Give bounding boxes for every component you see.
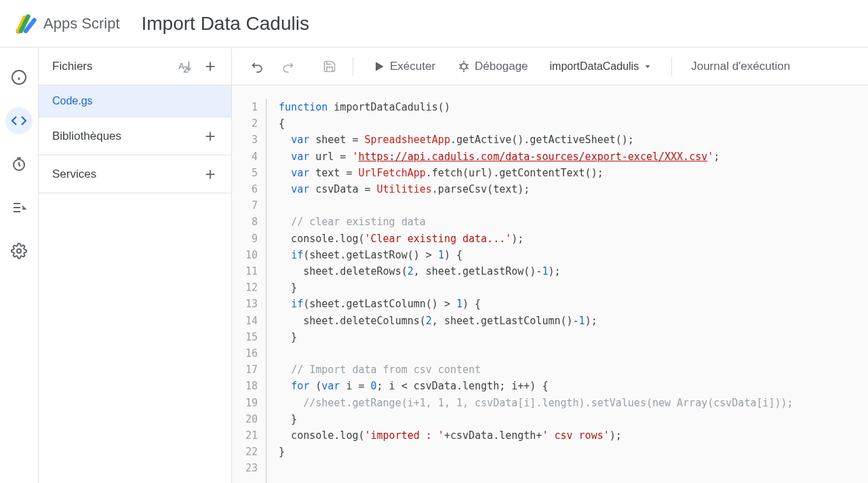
files-label: Fichiers: [52, 60, 93, 73]
separator: [671, 57, 672, 76]
svg-marker-25: [646, 65, 650, 68]
undo-button[interactable]: [245, 54, 270, 79]
brand-text: Apps Script: [43, 15, 120, 33]
logo[interactable]: Apps Script: [14, 12, 120, 36]
sort-icon[interactable]: AZ: [177, 59, 192, 74]
libraries-section-header: Bibliothèques: [39, 117, 231, 155]
svg-point-8: [17, 249, 21, 253]
log-label: Journal d'exécution: [691, 60, 790, 73]
debug-label: Débogage: [475, 60, 528, 73]
bug-icon: [457, 60, 471, 73]
services-label: Services: [52, 168, 96, 181]
toolbar: Exécuter Débogage importDataCadulis Jour…: [232, 47, 868, 85]
execution-log-button[interactable]: Journal d'exécution: [683, 54, 798, 79]
apps-script-logo-icon: [14, 12, 38, 36]
files-section-header: Fichiers AZ: [39, 47, 231, 85]
overview-icon[interactable]: [5, 64, 33, 91]
svg-point-18: [461, 63, 467, 69]
svg-line-22: [459, 67, 461, 69]
executions-icon[interactable]: [5, 194, 33, 221]
function-selected: importDataCadulis: [550, 60, 639, 73]
svg-line-23: [467, 67, 469, 69]
separator: [353, 57, 353, 76]
project-title[interactable]: Import Data Cadulis: [142, 13, 309, 35]
add-file-icon[interactable]: [203, 59, 218, 74]
code-editor[interactable]: 1234567891011121314151617181920212223 fu…: [232, 85, 868, 483]
redo-button[interactable]: [275, 54, 300, 79]
main: Fichiers AZ Code.gs Bibliothèques Servic…: [0, 47, 868, 483]
play-icon: [372, 60, 386, 73]
line-gutter: 1234567891011121314151617181920212223: [232, 99, 266, 483]
settings-icon[interactable]: [5, 237, 33, 265]
sidebar: Fichiers AZ Code.gs Bibliothèques Servic…: [38, 47, 232, 483]
services-section-header: Services: [39, 155, 231, 193]
dropdown-icon: [643, 62, 652, 71]
header: Apps Script Import Data Cadulis: [0, 0, 868, 47]
left-rail: [0, 47, 38, 483]
editor-icon[interactable]: [5, 107, 33, 134]
add-service-icon[interactable]: [203, 167, 218, 182]
svg-marker-17: [376, 62, 384, 71]
gutter-border: [266, 99, 267, 483]
editor-area: Exécuter Débogage importDataCadulis Jour…: [232, 47, 868, 483]
file-item[interactable]: Code.gs: [39, 85, 231, 117]
svg-line-20: [459, 64, 461, 65]
libraries-label: Bibliothèques: [52, 130, 121, 143]
add-library-icon[interactable]: [203, 129, 218, 144]
save-button[interactable]: [317, 54, 342, 79]
run-label: Exécuter: [390, 60, 435, 73]
function-selector[interactable]: importDataCadulis: [542, 55, 661, 78]
svg-line-21: [467, 64, 469, 65]
run-button[interactable]: Exécuter: [364, 54, 443, 79]
triggers-icon[interactable]: [5, 151, 33, 178]
code-content[interactable]: function importDataCadulis() { var sheet…: [279, 99, 793, 483]
debug-button[interactable]: Débogage: [449, 54, 536, 79]
